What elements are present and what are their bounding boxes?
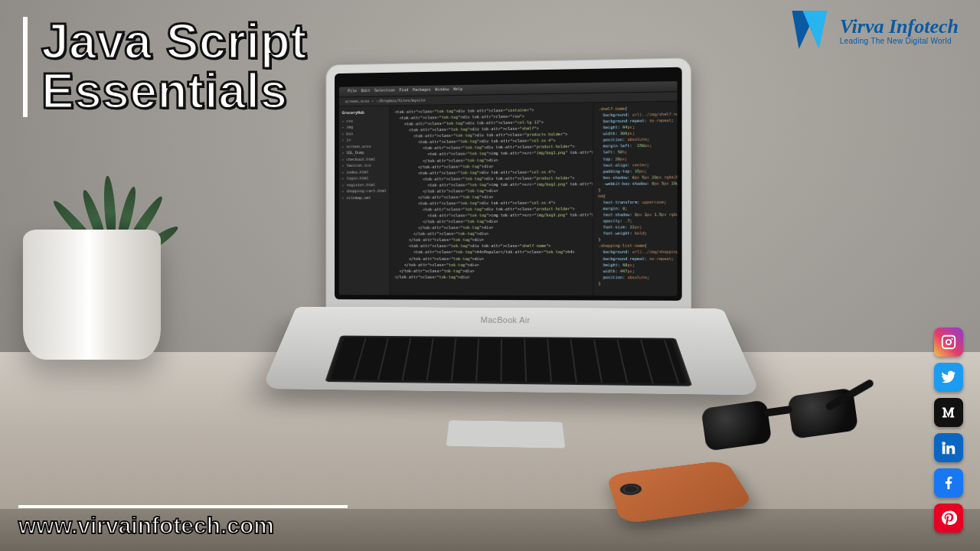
instagram-icon[interactable] <box>934 328 963 357</box>
laptop: FileEditSelectionFindPackagesWindowHelp … <box>296 57 723 463</box>
keyboard <box>325 335 692 386</box>
website-url-block: www.virvainfotech.com <box>18 505 348 539</box>
twitter-icon[interactable] <box>934 363 963 392</box>
trackpad <box>446 420 566 448</box>
file-tree: GroceryHubcssimgbinjsscreen.scssSQL_Dump… <box>339 106 390 295</box>
headline-line-1: Java Script <box>41 14 307 69</box>
plant-pot <box>23 230 161 360</box>
logo-text: Virva Infotech Leading The New Digital W… <box>840 17 959 45</box>
headline-line-2: Essentials <box>41 64 288 119</box>
website-link[interactable]: www.virvainfotech.com <box>18 513 274 538</box>
company-logo[interactable]: Virva Infotech Leading The New Digital W… <box>789 11 959 51</box>
pinterest-icon[interactable] <box>934 504 963 533</box>
code-pane-html: <tok-attr">class="tok-tag">div tok-attr"… <box>390 103 593 295</box>
code-editor-screen: FileEditSelectionFindPackagesWindowHelp … <box>339 81 678 296</box>
social-links <box>934 328 963 533</box>
headline: Java Script Essentials <box>23 17 307 117</box>
divider-line <box>18 505 348 508</box>
medium-icon[interactable] <box>934 398 963 427</box>
promo-graphic: FileEditSelectionFindPackagesWindowHelp … <box>0 0 980 551</box>
linkedin-icon[interactable] <box>934 433 963 462</box>
facebook-icon[interactable] <box>934 468 963 497</box>
company-tagline: Leading The New Digital World <box>840 37 959 45</box>
company-name: Virva Infotech <box>840 17 959 37</box>
code-pane-css: .shelf-name{ background: url(../img/shel… <box>593 99 677 296</box>
logo-mark-icon <box>789 11 834 51</box>
